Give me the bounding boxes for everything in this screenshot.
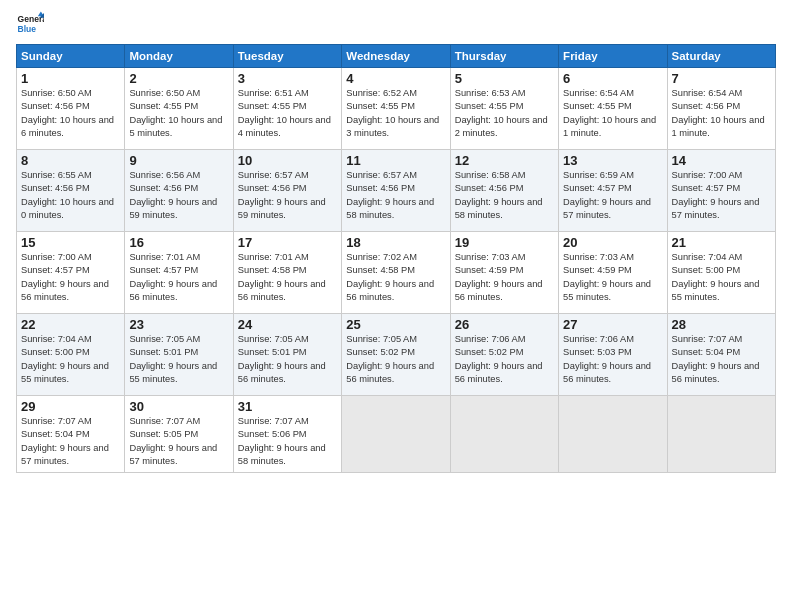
- day-number: 18: [346, 235, 445, 250]
- cell-text: Sunrise: 7:00 AMSunset: 4:57 PMDaylight:…: [672, 170, 760, 220]
- calendar-cell: 23Sunrise: 7:05 AMSunset: 5:01 PMDayligh…: [125, 314, 233, 396]
- day-number: 10: [238, 153, 337, 168]
- cell-text: Sunrise: 6:54 AMSunset: 4:56 PMDaylight:…: [672, 88, 765, 138]
- day-number: 23: [129, 317, 228, 332]
- calendar-cell: 2Sunrise: 6:50 AMSunset: 4:55 PMDaylight…: [125, 68, 233, 150]
- calendar-cell: 6Sunrise: 6:54 AMSunset: 4:55 PMDaylight…: [559, 68, 667, 150]
- header-cell-monday: Monday: [125, 45, 233, 68]
- day-number: 14: [672, 153, 771, 168]
- header-cell-sunday: Sunday: [17, 45, 125, 68]
- header-cell-saturday: Saturday: [667, 45, 775, 68]
- header-cell-friday: Friday: [559, 45, 667, 68]
- day-number: 24: [238, 317, 337, 332]
- calendar-header-row: SundayMondayTuesdayWednesdayThursdayFrid…: [17, 45, 776, 68]
- calendar-cell: 12Sunrise: 6:58 AMSunset: 4:56 PMDayligh…: [450, 150, 558, 232]
- calendar-cell: 4Sunrise: 6:52 AMSunset: 4:55 PMDaylight…: [342, 68, 450, 150]
- calendar-week-3: 15Sunrise: 7:00 AMSunset: 4:57 PMDayligh…: [17, 232, 776, 314]
- calendar-cell: 28Sunrise: 7:07 AMSunset: 5:04 PMDayligh…: [667, 314, 775, 396]
- cell-text: Sunrise: 7:02 AMSunset: 4:58 PMDaylight:…: [346, 252, 434, 302]
- calendar-cell: [342, 396, 450, 473]
- logo-icon: General Blue: [16, 10, 44, 38]
- cell-text: Sunrise: 7:01 AMSunset: 4:57 PMDaylight:…: [129, 252, 217, 302]
- day-number: 28: [672, 317, 771, 332]
- cell-text: Sunrise: 7:06 AMSunset: 5:03 PMDaylight:…: [563, 334, 651, 384]
- cell-text: Sunrise: 7:07 AMSunset: 5:05 PMDaylight:…: [129, 416, 217, 466]
- cell-text: Sunrise: 6:52 AMSunset: 4:55 PMDaylight:…: [346, 88, 439, 138]
- cell-text: Sunrise: 6:54 AMSunset: 4:55 PMDaylight:…: [563, 88, 656, 138]
- cell-text: Sunrise: 7:07 AMSunset: 5:04 PMDaylight:…: [21, 416, 109, 466]
- cell-text: Sunrise: 7:03 AMSunset: 4:59 PMDaylight:…: [455, 252, 543, 302]
- cell-text: Sunrise: 6:56 AMSunset: 4:56 PMDaylight:…: [129, 170, 217, 220]
- calendar-cell: 25Sunrise: 7:05 AMSunset: 5:02 PMDayligh…: [342, 314, 450, 396]
- calendar-body: 1Sunrise: 6:50 AMSunset: 4:56 PMDaylight…: [17, 68, 776, 473]
- calendar-cell: [667, 396, 775, 473]
- day-number: 13: [563, 153, 662, 168]
- day-number: 7: [672, 71, 771, 86]
- calendar-week-1: 1Sunrise: 6:50 AMSunset: 4:56 PMDaylight…: [17, 68, 776, 150]
- calendar-cell: 11Sunrise: 6:57 AMSunset: 4:56 PMDayligh…: [342, 150, 450, 232]
- calendar-week-2: 8Sunrise: 6:55 AMSunset: 4:56 PMDaylight…: [17, 150, 776, 232]
- header: General Blue: [16, 10, 776, 38]
- calendar-cell: [559, 396, 667, 473]
- cell-text: Sunrise: 7:07 AMSunset: 5:06 PMDaylight:…: [238, 416, 326, 466]
- day-number: 2: [129, 71, 228, 86]
- calendar-cell: [450, 396, 558, 473]
- cell-text: Sunrise: 6:57 AMSunset: 4:56 PMDaylight:…: [346, 170, 434, 220]
- calendar-cell: 1Sunrise: 6:50 AMSunset: 4:56 PMDaylight…: [17, 68, 125, 150]
- cell-text: Sunrise: 6:58 AMSunset: 4:56 PMDaylight:…: [455, 170, 543, 220]
- calendar-cell: 8Sunrise: 6:55 AMSunset: 4:56 PMDaylight…: [17, 150, 125, 232]
- day-number: 26: [455, 317, 554, 332]
- day-number: 11: [346, 153, 445, 168]
- calendar-cell: 31Sunrise: 7:07 AMSunset: 5:06 PMDayligh…: [233, 396, 341, 473]
- day-number: 17: [238, 235, 337, 250]
- calendar-cell: 29Sunrise: 7:07 AMSunset: 5:04 PMDayligh…: [17, 396, 125, 473]
- cell-text: Sunrise: 7:07 AMSunset: 5:04 PMDaylight:…: [672, 334, 760, 384]
- calendar-week-5: 29Sunrise: 7:07 AMSunset: 5:04 PMDayligh…: [17, 396, 776, 473]
- calendar-week-4: 22Sunrise: 7:04 AMSunset: 5:00 PMDayligh…: [17, 314, 776, 396]
- calendar-cell: 20Sunrise: 7:03 AMSunset: 4:59 PMDayligh…: [559, 232, 667, 314]
- cell-text: Sunrise: 6:53 AMSunset: 4:55 PMDaylight:…: [455, 88, 548, 138]
- logo: General Blue: [16, 10, 48, 38]
- day-number: 4: [346, 71, 445, 86]
- day-number: 27: [563, 317, 662, 332]
- day-number: 6: [563, 71, 662, 86]
- day-number: 8: [21, 153, 120, 168]
- day-number: 22: [21, 317, 120, 332]
- day-number: 16: [129, 235, 228, 250]
- calendar-cell: 19Sunrise: 7:03 AMSunset: 4:59 PMDayligh…: [450, 232, 558, 314]
- cell-text: Sunrise: 6:50 AMSunset: 4:56 PMDaylight:…: [21, 88, 114, 138]
- calendar-cell: 27Sunrise: 7:06 AMSunset: 5:03 PMDayligh…: [559, 314, 667, 396]
- day-number: 21: [672, 235, 771, 250]
- day-number: 15: [21, 235, 120, 250]
- calendar-cell: 26Sunrise: 7:06 AMSunset: 5:02 PMDayligh…: [450, 314, 558, 396]
- cell-text: Sunrise: 7:04 AMSunset: 5:00 PMDaylight:…: [672, 252, 760, 302]
- header-cell-wednesday: Wednesday: [342, 45, 450, 68]
- calendar-table: SundayMondayTuesdayWednesdayThursdayFrid…: [16, 44, 776, 473]
- page-container: General Blue SundayMondayTuesdayWednesda…: [0, 0, 792, 483]
- day-number: 20: [563, 235, 662, 250]
- calendar-cell: 10Sunrise: 6:57 AMSunset: 4:56 PMDayligh…: [233, 150, 341, 232]
- day-number: 19: [455, 235, 554, 250]
- cell-text: Sunrise: 7:01 AMSunset: 4:58 PMDaylight:…: [238, 252, 326, 302]
- header-cell-tuesday: Tuesday: [233, 45, 341, 68]
- calendar-cell: 7Sunrise: 6:54 AMSunset: 4:56 PMDaylight…: [667, 68, 775, 150]
- cell-text: Sunrise: 6:51 AMSunset: 4:55 PMDaylight:…: [238, 88, 331, 138]
- calendar-cell: 15Sunrise: 7:00 AMSunset: 4:57 PMDayligh…: [17, 232, 125, 314]
- cell-text: Sunrise: 6:50 AMSunset: 4:55 PMDaylight:…: [129, 88, 222, 138]
- cell-text: Sunrise: 7:03 AMSunset: 4:59 PMDaylight:…: [563, 252, 651, 302]
- calendar-cell: 14Sunrise: 7:00 AMSunset: 4:57 PMDayligh…: [667, 150, 775, 232]
- calendar-cell: 9Sunrise: 6:56 AMSunset: 4:56 PMDaylight…: [125, 150, 233, 232]
- cell-text: Sunrise: 6:55 AMSunset: 4:56 PMDaylight:…: [21, 170, 114, 220]
- svg-text:Blue: Blue: [18, 24, 37, 34]
- day-number: 9: [129, 153, 228, 168]
- calendar-cell: 30Sunrise: 7:07 AMSunset: 5:05 PMDayligh…: [125, 396, 233, 473]
- cell-text: Sunrise: 7:05 AMSunset: 5:01 PMDaylight:…: [238, 334, 326, 384]
- day-number: 5: [455, 71, 554, 86]
- calendar-cell: 21Sunrise: 7:04 AMSunset: 5:00 PMDayligh…: [667, 232, 775, 314]
- calendar-cell: 17Sunrise: 7:01 AMSunset: 4:58 PMDayligh…: [233, 232, 341, 314]
- header-cell-thursday: Thursday: [450, 45, 558, 68]
- cell-text: Sunrise: 7:05 AMSunset: 5:01 PMDaylight:…: [129, 334, 217, 384]
- day-number: 25: [346, 317, 445, 332]
- calendar-cell: 5Sunrise: 6:53 AMSunset: 4:55 PMDaylight…: [450, 68, 558, 150]
- day-number: 29: [21, 399, 120, 414]
